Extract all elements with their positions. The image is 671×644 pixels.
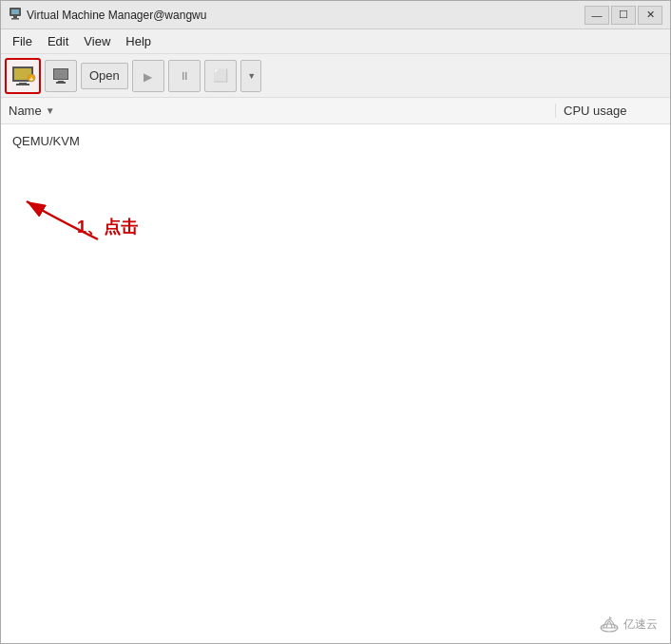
menu-help[interactable]: Help bbox=[118, 31, 159, 51]
open-button[interactable]: Open bbox=[81, 63, 128, 89]
small-monitor-icon bbox=[52, 68, 69, 84]
name-column-header[interactable]: Name ▼ bbox=[1, 104, 556, 118]
stop-button[interactable]: ⬜ bbox=[204, 60, 237, 92]
dropdown-arrow-icon: ▼ bbox=[247, 71, 256, 81]
main-window: Virtual Machine Manager@wangwu — ☐ ✕ Fil… bbox=[0, 0, 671, 644]
window-controls: — ☐ ✕ bbox=[585, 6, 662, 25]
svg-rect-2 bbox=[13, 16, 17, 18]
close-button[interactable]: ✕ bbox=[638, 6, 662, 25]
new-vm-button[interactable]: + bbox=[5, 58, 41, 94]
pause-button[interactable]: ⏸ bbox=[168, 60, 201, 92]
maximize-button[interactable]: ☐ bbox=[611, 6, 636, 25]
watermark: 亿速云 bbox=[599, 616, 658, 633]
stop-icon: ⬜ bbox=[213, 68, 228, 83]
content-area: Name ▼ CPU usage QEMU/KVM 1、点击 bbox=[1, 98, 670, 643]
name-sort-icon: ▼ bbox=[46, 105, 55, 116]
new-vm-icon: + bbox=[11, 66, 34, 85]
menu-file[interactable]: File bbox=[5, 31, 40, 51]
pause-icon: ⏸ bbox=[179, 69, 190, 83]
svg-text:+: + bbox=[29, 74, 34, 83]
list-area: QEMU/KVM 1、点击 bbox=[1, 124, 670, 643]
menu-edit[interactable]: Edit bbox=[40, 31, 76, 51]
svg-rect-3 bbox=[11, 18, 19, 20]
svg-rect-1 bbox=[11, 9, 19, 14]
vm-group-qemu: QEMU/KVM bbox=[9, 132, 662, 150]
cpu-column-header: CPU usage bbox=[556, 104, 670, 118]
play-button[interactable] bbox=[132, 60, 164, 92]
annotation-text: 1、点击 bbox=[77, 216, 138, 238]
watermark-icon bbox=[599, 616, 620, 633]
title-bar: Virtual Machine Manager@wangwu — ☐ ✕ bbox=[1, 1, 670, 29]
menu-bar: File Edit View Help bbox=[1, 29, 670, 54]
window-title: Virtual Machine Manager@wangwu bbox=[27, 9, 585, 22]
column-header: Name ▼ CPU usage bbox=[1, 98, 670, 124]
play-icon bbox=[144, 67, 152, 85]
toolbar: + Open ⏸ ⬜ bbox=[1, 54, 670, 98]
menu-view[interactable]: View bbox=[76, 31, 118, 51]
minimize-button[interactable]: — bbox=[585, 6, 609, 25]
open-vm-icon-button[interactable] bbox=[45, 60, 77, 92]
title-bar-app-icon bbox=[9, 7, 22, 23]
dropdown-button[interactable]: ▼ bbox=[240, 60, 261, 92]
